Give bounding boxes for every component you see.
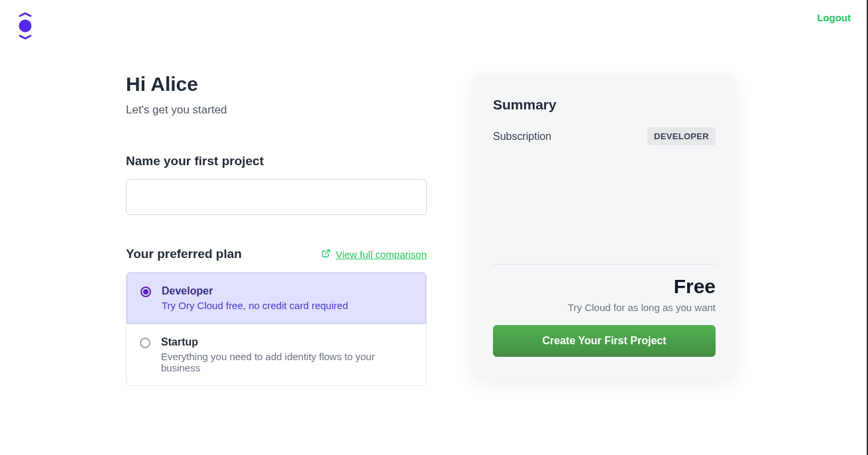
plan-option-startup[interactable]: Startup Everything you need to add ident…	[127, 324, 426, 385]
plan-option-developer[interactable]: Developer Try Ory Cloud free, no credit …	[127, 273, 426, 324]
project-name-input[interactable]	[126, 179, 427, 215]
summary-card: Summary Subscription DEVELOPER Free Try …	[472, 73, 737, 378]
plan-description: Try Ory Cloud free, no credit card requi…	[162, 300, 348, 311]
logout-link[interactable]: Logout	[817, 12, 851, 23]
external-link-icon	[321, 249, 331, 260]
view-comparison-label: View full comparison	[336, 249, 427, 260]
summary-title: Summary	[493, 97, 716, 113]
plan-description: Everything you need to add identity flow…	[161, 351, 413, 373]
plan-title: Developer	[162, 285, 348, 297]
create-project-button[interactable]: Create Your First Project	[493, 325, 716, 357]
radio-unselected-icon	[140, 338, 150, 348]
plan-heading: Your preferred plan	[126, 247, 242, 261]
radio-selected-icon	[140, 287, 151, 297]
price-text: Free	[493, 275, 716, 298]
svg-line-1	[325, 249, 329, 253]
greeting-subtitle: Let's get you started	[126, 103, 427, 117]
subscription-badge: DEVELOPER	[647, 127, 716, 145]
greeting-title: Hi Alice	[126, 73, 427, 96]
divider	[493, 264, 716, 265]
subscription-label: Subscription	[493, 131, 551, 143]
view-comparison-link[interactable]: View full comparison	[321, 249, 427, 260]
svg-point-0	[19, 20, 32, 32]
price-subtext: Try Cloud for as long as you want	[493, 302, 716, 313]
project-name-heading: Name your first project	[126, 154, 427, 168]
logo	[16, 12, 34, 40]
plan-list: Developer Try Ory Cloud free, no credit …	[126, 272, 427, 386]
plan-title: Startup	[161, 336, 413, 348]
